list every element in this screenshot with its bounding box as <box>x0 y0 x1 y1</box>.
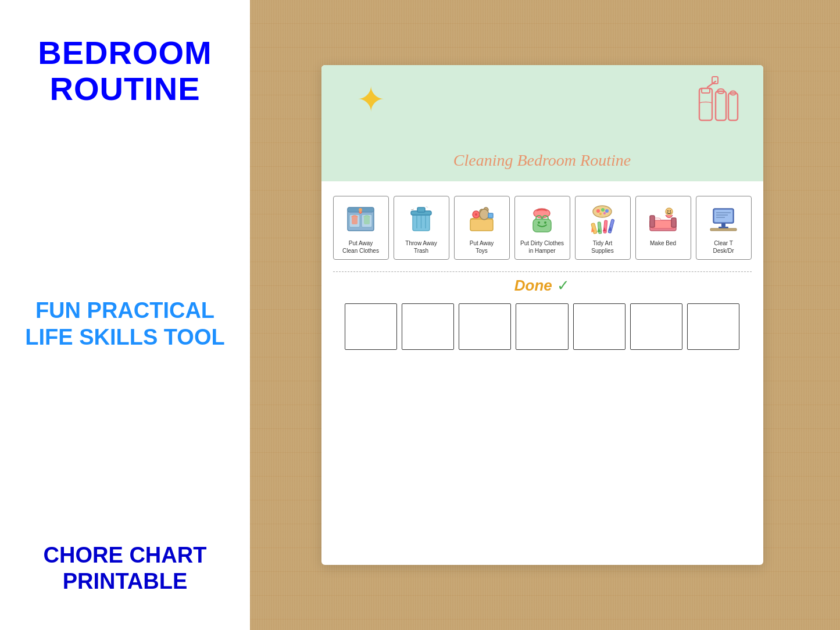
checkbox-4[interactable] <box>516 303 568 350</box>
svg-point-43 <box>596 209 600 213</box>
svg-rect-50 <box>652 220 674 228</box>
svg-point-33 <box>544 221 546 224</box>
svg-rect-52 <box>671 218 676 227</box>
art-label: Tidy ArtSupplies <box>591 239 613 255</box>
svg-rect-40 <box>608 219 614 232</box>
desk-label: Clear TDesk/Dr <box>713 239 734 255</box>
svg-rect-13 <box>364 216 370 224</box>
card-header: ✦ <box>321 65 763 181</box>
subtitle-block-2: CHORE CHART PRINTABLE <box>23 542 227 595</box>
svg-rect-23 <box>470 219 493 231</box>
cleaning-supplies-icon <box>694 71 746 135</box>
checkbox-5[interactable] <box>573 303 625 350</box>
right-panel: ✦ <box>250 0 840 630</box>
chore-chart-label: CHORE CHART <box>23 542 227 569</box>
subtitle-block-1: FUN PRACTICAL LIFE SKILLS TOOL <box>23 298 227 350</box>
checkbox-2[interactable] <box>402 303 454 350</box>
bed-icon <box>646 201 681 236</box>
chore-card-clean-clothes: Put AwayClean Clothes <box>333 196 389 260</box>
chore-card-toys: Put AwayToys <box>454 196 510 260</box>
svg-text:~: ~ <box>410 206 415 213</box>
hamper-icon <box>525 201 560 236</box>
svg-point-45 <box>605 209 609 213</box>
chore-section: Put AwayClean Clothes <box>321 181 763 565</box>
chore-card-art: Tidy ArtSupplies <box>575 196 631 260</box>
svg-point-25 <box>475 213 477 216</box>
svg-rect-6 <box>728 93 738 120</box>
checkbox-3[interactable] <box>459 303 511 350</box>
printable-card: ✦ <box>321 65 763 565</box>
svg-point-42 <box>593 206 612 217</box>
svg-text:~: ~ <box>425 204 429 210</box>
art-icon <box>585 201 620 236</box>
checkbox-1[interactable] <box>345 303 397 350</box>
svg-rect-57 <box>714 210 732 222</box>
checkbox-6[interactable] <box>630 303 682 350</box>
svg-point-32 <box>538 221 540 224</box>
svg-point-53 <box>666 208 673 215</box>
svg-rect-4 <box>716 91 726 120</box>
svg-point-54 <box>667 210 669 212</box>
routine-title: Cleaning Bedroom Routine <box>453 151 631 170</box>
svg-rect-61 <box>721 223 725 227</box>
checkbox-7[interactable] <box>687 303 739 350</box>
trash-icon: ~ ~ <box>404 201 439 236</box>
svg-rect-31 <box>533 219 551 232</box>
left-panel: BEDROOM ROUTINE FUN PRACTICAL LIFE SKILL… <box>0 0 250 630</box>
svg-point-44 <box>601 208 605 212</box>
main-title: BEDROOM ROUTINE <box>23 35 227 106</box>
done-label: Done <box>514 277 552 294</box>
done-check: ✓ <box>557 277 570 294</box>
toys-icon <box>464 201 499 236</box>
svg-rect-51 <box>650 216 655 227</box>
checkbox-row <box>333 295 752 361</box>
svg-point-46 <box>599 213 602 215</box>
desk-icon <box>706 201 741 236</box>
chore-card-bed: Make Bed <box>635 196 691 260</box>
chore-card-trash: ~ ~ Throw AwayTrash <box>394 196 449 260</box>
toys-label: Put AwayToys <box>470 239 494 255</box>
clean-clothes-label: Put AwayClean Clothes <box>342 239 379 255</box>
svg-rect-29 <box>488 213 493 218</box>
clean-clothes-icon <box>344 201 378 236</box>
svg-point-55 <box>670 210 671 212</box>
chore-card-hamper: Put Dirty Clothesin Hamper <box>514 196 570 260</box>
fun-practical-label: FUN PRACTICAL <box>23 298 227 324</box>
svg-rect-63 <box>710 228 737 231</box>
svg-rect-12 <box>352 216 358 224</box>
svg-point-28 <box>480 209 489 220</box>
svg-rect-17 <box>417 207 425 212</box>
printable-label: PRINTABLE <box>23 568 227 595</box>
svg-point-14 <box>359 208 362 212</box>
life-skills-label: LIFE SKILLS TOOL <box>23 324 227 351</box>
done-section: Done ✓ <box>333 272 752 295</box>
bed-label: Make Bed <box>650 239 676 247</box>
chore-card-desk: Clear TDesk/Dr <box>696 196 752 260</box>
trash-label: Throw AwayTrash <box>405 239 437 255</box>
hamper-label: Put Dirty Clothesin Hamper <box>520 239 564 255</box>
svg-point-47 <box>603 212 606 214</box>
chore-cards-row: Put AwayClean Clothes <box>333 196 752 260</box>
star-icon: ✦ <box>356 83 385 117</box>
